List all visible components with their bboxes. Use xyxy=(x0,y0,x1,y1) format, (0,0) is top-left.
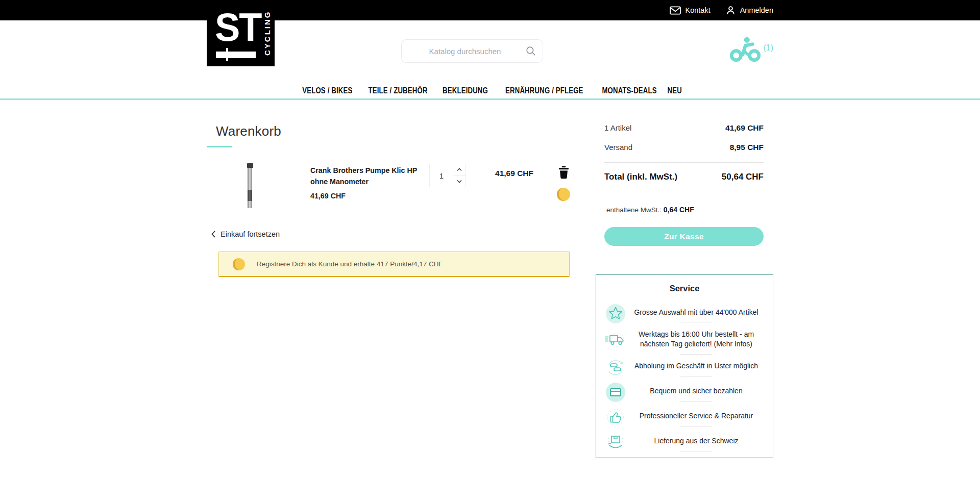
service-text: Professioneller Service & Reparatur xyxy=(640,408,753,424)
service-divider xyxy=(680,426,712,426)
product-unit-price: 41,69 CHF xyxy=(310,191,412,200)
product-name[interactable]: Crank Brothers Pumpe Klic HP ohne Manome… xyxy=(310,165,424,188)
cart-item-count: (1) xyxy=(763,43,773,62)
nav-ernaehrung-pflege[interactable]: ERNÄHRUNG / PFLEGE xyxy=(496,86,593,95)
shipping-label: Versand xyxy=(604,143,632,152)
search-icon[interactable] xyxy=(526,46,536,56)
loyalty-coin-icon xyxy=(557,188,570,201)
delivery-truck-icon xyxy=(602,332,629,348)
summary-divider xyxy=(604,162,764,163)
title-underline xyxy=(207,146,232,147)
register-points-text: Registriere Dich als Kunde und erhalte 4… xyxy=(257,260,443,268)
header: ST CYCLING (1) VEL xyxy=(0,20,980,100)
logo-st-text: ST xyxy=(215,4,261,50)
service-text: Grosse Auswahl mit über 44'000 Artikel xyxy=(634,305,758,320)
service-divider xyxy=(680,401,712,401)
main-navigation: VELOS / BIKES TEILE / ZUBEHÖR BEKLEIDUNG… xyxy=(207,86,773,95)
quantity-increase-button[interactable] xyxy=(453,164,465,175)
total-label: Total (inkl. MwSt.) xyxy=(604,172,677,182)
chevron-down-icon xyxy=(457,180,462,183)
nav-teile-zubehoer[interactable]: TEILE / ZUBEHÖR xyxy=(361,86,435,95)
logo-tick xyxy=(226,48,228,61)
cart-button[interactable]: (1) xyxy=(729,36,773,62)
person-icon xyxy=(726,6,736,15)
summary-items-row: 1 Artikel 41,69 CHF xyxy=(604,123,764,133)
contact-label: Kontakt xyxy=(685,6,710,14)
coin-icon xyxy=(233,258,245,270)
service-item-payment: Bequem und sicher bezahlen xyxy=(596,380,773,405)
continue-shopping-label: Einkauf fortsetzen xyxy=(220,230,280,238)
quantity-stepper xyxy=(429,164,466,187)
quantity-input[interactable] xyxy=(430,164,453,187)
page-title: Warenkorb xyxy=(216,123,570,139)
service-item-repair: Professioneller Service & Reparatur xyxy=(596,405,773,430)
chevron-left-icon xyxy=(211,231,215,238)
remove-item-button[interactable] xyxy=(558,166,569,179)
line-total-price: 41,69 CHF xyxy=(486,163,533,178)
service-divider xyxy=(680,354,712,355)
nav-bekleidung[interactable]: BEKLEIDUNG xyxy=(437,86,494,95)
thumbs-up-icon xyxy=(602,408,629,427)
shipping-value: 8,95 CHF xyxy=(730,143,764,152)
credit-card-icon xyxy=(602,382,629,402)
nav-neu[interactable]: NEU xyxy=(666,86,683,95)
service-box: Service Grosse Auswahl mit über 44'000 A… xyxy=(596,274,773,458)
summary-total-row: Total (inkl. MwSt.) 50,64 CHF xyxy=(604,172,764,182)
logo-cycling-text: CYCLING xyxy=(263,5,272,61)
cart-summary: 1 Artikel 41,69 CHF Versand 8,95 CHF Tot… xyxy=(596,123,773,214)
product-image[interactable] xyxy=(227,163,273,210)
service-divider xyxy=(680,376,712,376)
vat-label: enthaltene MwSt.: xyxy=(606,206,662,214)
trash-icon xyxy=(558,166,569,179)
service-item-pickup: Abholung im Geschäft in Uster möglich xyxy=(596,355,773,380)
quantity-decrease-button[interactable] xyxy=(453,175,465,187)
vat-line: enthaltene MwSt.: 0,64 CHF xyxy=(604,206,764,214)
search-input[interactable] xyxy=(401,39,543,63)
nav-velos-bikes[interactable]: VELOS / BIKES xyxy=(296,86,359,95)
service-title: Service xyxy=(596,284,773,293)
envelope-icon xyxy=(670,6,681,15)
service-text: Abholung im Geschäft in Uster möglich xyxy=(634,358,758,374)
chevron-up-icon xyxy=(457,168,462,171)
cart-item-row: Crank Brothers Pumpe Klic HP ohne Manome… xyxy=(207,163,570,210)
service-text: Lieferung aus der Schweiz xyxy=(654,433,739,449)
service-item-assortment: Grosse Auswahl mit über 44'000 Artikel xyxy=(596,300,773,325)
nav-monats-deals[interactable]: MONATS-DEALS xyxy=(595,86,664,95)
login-link[interactable]: Anmelden xyxy=(726,6,773,15)
items-value: 41,69 CHF xyxy=(725,123,764,133)
store-logo[interactable]: ST CYCLING xyxy=(207,0,275,66)
catalog-search xyxy=(401,39,543,63)
vat-value: 0,64 CHF xyxy=(664,206,694,214)
pump-product-image xyxy=(248,164,252,208)
items-label: 1 Artikel xyxy=(604,123,631,132)
login-label: Anmelden xyxy=(740,6,773,14)
logo-underline xyxy=(216,52,256,58)
pickup-hands-icon xyxy=(602,358,629,376)
service-text: Bequem und sicher bezahlen xyxy=(650,383,742,399)
service-divider xyxy=(680,322,712,322)
service-text[interactable]: Werktags bis 16:00 Uhr bestellt - am näc… xyxy=(629,326,764,352)
checkout-button[interactable]: Zur Kasse xyxy=(604,227,764,246)
service-item-swiss: Lieferung aus der Schweiz xyxy=(596,430,773,455)
top-bar: Kontakt Anmelden xyxy=(0,0,980,20)
continue-shopping-link[interactable]: Einkauf fortsetzen xyxy=(211,230,280,238)
service-divider xyxy=(680,451,712,451)
bicycle-cart-icon xyxy=(729,36,761,62)
star-icon xyxy=(602,304,629,324)
service-item-delivery: Werktags bis 16:00 Uhr bestellt - am näc… xyxy=(596,325,773,355)
contact-link[interactable]: Kontakt xyxy=(670,6,710,15)
total-value: 50,64 CHF xyxy=(722,172,764,182)
summary-shipping-row: Versand 8,95 CHF xyxy=(604,143,764,152)
register-points-notice: Registriere Dich als Kunde und erhalte 4… xyxy=(218,251,570,277)
box-delivery-icon xyxy=(602,433,629,451)
